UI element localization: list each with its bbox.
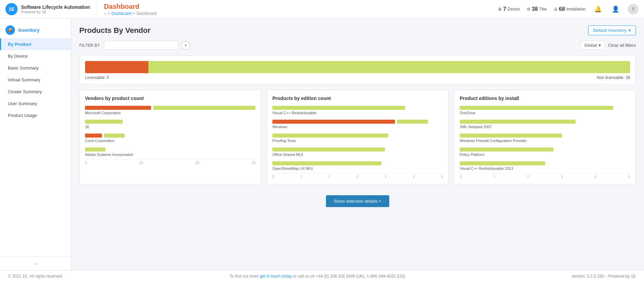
- page-nav-title: Dashboard: [104, 3, 157, 11]
- sidebar-item-basic-summary[interactable]: Basic Summary: [0, 62, 71, 74]
- editions-chart-body: OneDrive XML Notepad 2007 Windows Firewa…: [460, 106, 630, 170]
- title-stat: ⚙ 38 Title: [527, 6, 547, 12]
- vendors-chart-card: Vendors by product count Microsoft Corpo…: [79, 90, 261, 184]
- chevron-down-icon: ▾: [628, 28, 631, 33]
- app-sub: Powered by 1E: [21, 10, 90, 14]
- editions-chart-title: Product editions by install: [460, 96, 630, 101]
- footer-copyright: © 2021 1E. All rights reserved.: [8, 274, 63, 279]
- product-bar-wrap-2: [272, 134, 443, 138]
- title-label: Title: [539, 7, 547, 12]
- edition-label-1: XML Notepad 2007: [460, 125, 630, 129]
- sidebar-item-product-usage[interactable]: Product Usage: [0, 109, 71, 121]
- products-chart-body: Visual C++ Redistributable Windows: [272, 106, 443, 170]
- edition-bar-green-0: [460, 106, 613, 110]
- body-wrap: 📦 Inventory By Product By Device Basic S…: [0, 19, 644, 270]
- vendor-row-0: Microsoft Corporation: [85, 106, 255, 115]
- sidebar-item-by-product[interactable]: By Product: [0, 38, 71, 50]
- vendor-bar-green-2: [104, 134, 124, 138]
- licensable-label: Licensable: 5: [85, 75, 109, 80]
- edition-bar-green-2: [460, 134, 562, 138]
- sidebar-label-virtual-summary: Virtual Summary: [8, 77, 40, 82]
- sidebar-item-user-summary[interactable]: User Summary: [0, 98, 71, 109]
- vendors-chart-body: Microsoft Corporation 1E Corel Co: [85, 106, 255, 157]
- device-label: Device: [507, 7, 520, 12]
- notification-bell[interactable]: 🔔: [593, 4, 603, 15]
- product-bar-green-1: [397, 120, 428, 124]
- sidebar-item-cluster-summary[interactable]: Cluster Summary: [0, 86, 71, 98]
- inventory-dropdown-btn[interactable]: Default Inventory ▾: [588, 25, 636, 35]
- product-bar-wrap-0: [272, 106, 443, 110]
- installation-stat: 🖨 68 Installation: [554, 6, 586, 12]
- gear-icon: ⚙: [527, 7, 531, 12]
- header-nav: Dashboard ⌂ > Dashboard > Dashboard: [97, 3, 498, 16]
- page-header: Products By Vendor Default Inventory ▾: [79, 25, 636, 35]
- sidebar-label-product-usage: Product Usage: [8, 113, 37, 118]
- main-content: Products By Vendor Default Inventory ▾ F…: [71, 19, 644, 270]
- sidebar-label-by-product: By Product: [8, 42, 31, 47]
- edition-bar-wrap-2: [460, 134, 630, 138]
- sidebar-group-label: Inventory: [18, 27, 40, 33]
- vendor-bar-wrap-0: [85, 106, 255, 110]
- edition-bar-green-4: [460, 161, 545, 165]
- sidebar: 📦 Inventory By Product By Device Basic S…: [0, 19, 71, 270]
- product-row-1: Windows: [272, 120, 443, 129]
- footer-contact-pre: To find out more: [229, 274, 259, 279]
- sidebar-item-virtual-summary[interactable]: Virtual Summary: [0, 74, 71, 86]
- collapse-icon: ‹: [35, 261, 36, 266]
- vendors-chart-title: Vendors by product count: [85, 96, 255, 101]
- clear-filters-btn[interactable]: Clear all filters: [608, 43, 636, 48]
- footer-contact-link[interactable]: get in touch today: [260, 274, 292, 279]
- vendor-axis-30: 30: [252, 161, 255, 165]
- vendor-axis-10: 10: [139, 161, 143, 165]
- product-row-3: Office Shared MUI: [272, 147, 443, 157]
- sidebar-item-by-device[interactable]: By Device: [0, 50, 71, 62]
- breadcrumb-home-icon: ⌂: [104, 11, 106, 16]
- product-bar-green-0: [272, 106, 405, 110]
- device-stat: 🖥 7 Device: [498, 6, 520, 12]
- footer-version: version: 5.2.5.160 – Powered by 1E: [572, 274, 636, 279]
- product-bar-green-3: [272, 147, 385, 152]
- edition-bar-green-3: [460, 147, 554, 152]
- edition-bar-wrap-3: [460, 147, 630, 152]
- edition-label-4: Visual C++ Redistributable 2013: [460, 166, 630, 170]
- avatar[interactable]: T: [628, 4, 639, 15]
- edition-label-2: Windows Firewall Configuration Provider: [460, 139, 630, 143]
- sidebar-collapse-btn[interactable]: ‹: [0, 257, 71, 270]
- show-selection-details-btn[interactable]: Show selection details >: [326, 195, 390, 207]
- vendor-row-1: 1E: [85, 120, 255, 129]
- filter-input[interactable]: [104, 41, 179, 50]
- edition-bar-wrap-4: [460, 161, 630, 165]
- vendor-bar-wrap-2: [85, 134, 255, 138]
- global-scope-btn[interactable]: Global ▾: [581, 41, 605, 50]
- product-bar-green-2: [272, 134, 388, 138]
- product-row-0: Visual C++ Redistributable: [272, 106, 443, 115]
- product-row-4: OpenStreetMap UX MUI: [272, 161, 443, 170]
- nav-title-wrap: Dashboard ⌂ > Dashboard > Dashboard: [104, 3, 157, 16]
- add-filter-btn[interactable]: +: [181, 41, 190, 50]
- device-count: 7: [503, 6, 506, 12]
- edition-bar-wrap-1: [460, 120, 630, 124]
- footer: © 2021 1E. All rights reserved. To find …: [0, 270, 644, 282]
- edition-row-3: Policy Platform: [460, 147, 630, 157]
- user-icon[interactable]: 👤: [610, 4, 621, 15]
- product-label-0: Visual C++ Redistributable: [272, 111, 443, 115]
- vendor-bar-orange-0: [85, 106, 151, 110]
- product-label-3: Office Shared MUI: [272, 153, 443, 157]
- vendors-axis: 0 10 20 30: [85, 159, 255, 165]
- vendor-label-1: 1E: [85, 125, 255, 129]
- licensable-card: Licensable: 5 Non licensable: 38: [79, 55, 636, 84]
- title-count: 38: [532, 6, 538, 12]
- vendor-row-2: Corel Corporation: [85, 134, 255, 143]
- logo-icon: 1E: [5, 3, 18, 15]
- monitor-icon: 🖥: [498, 7, 502, 12]
- breadcrumb-dashboard-link[interactable]: Dashboard: [111, 11, 131, 16]
- chevron-down-icon: ▾: [599, 43, 601, 48]
- installation-count: 68: [559, 6, 565, 12]
- products-axis: 0 1 1 2 2 3 3: [272, 173, 443, 179]
- bar-labels: Licensable: 5 Non licensable: 38: [85, 75, 630, 80]
- sidebar-label-user-summary: User Summary: [8, 101, 37, 106]
- vendor-bar-wrap-3: [85, 147, 255, 152]
- header-icons: 🖥 7 Device ⚙ 38 Title 🖨 68 Installation …: [498, 4, 639, 15]
- footer-contact: To find out more get in touch today or c…: [229, 274, 405, 279]
- edition-row-1: XML Notepad 2007: [460, 120, 630, 129]
